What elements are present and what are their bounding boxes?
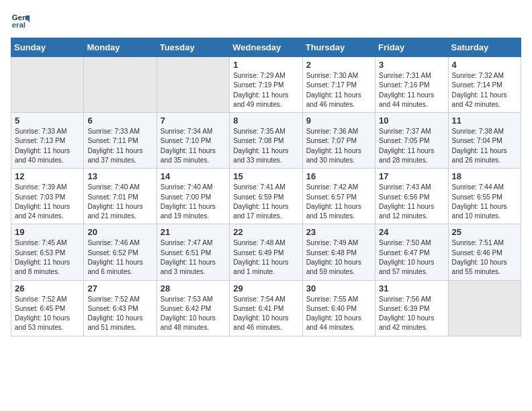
day-info: Sunrise: 7:35 AM Sunset: 7:08 PM Dayligh…	[233, 127, 298, 165]
day-number: 15	[233, 171, 298, 181]
calendar-cell	[157, 57, 229, 113]
calendar-cell: 23Sunrise: 7:49 AM Sunset: 6:48 PM Dayli…	[302, 224, 375, 280]
day-info: Sunrise: 7:32 AM Sunset: 7:14 PM Dayligh…	[452, 71, 517, 109]
day-info: Sunrise: 7:45 AM Sunset: 6:53 PM Dayligh…	[15, 238, 80, 277]
calendar-week-row: 12Sunrise: 7:39 AM Sunset: 7:03 PM Dayli…	[11, 169, 521, 224]
weekday-header: Friday	[375, 38, 448, 57]
day-info: Sunrise: 7:55 AM Sunset: 6:40 PM Dayligh…	[306, 295, 371, 333]
day-info: Sunrise: 7:54 AM Sunset: 6:41 PM Dayligh…	[233, 295, 298, 333]
calendar-cell: 27Sunrise: 7:52 AM Sunset: 6:43 PM Dayli…	[84, 280, 157, 336]
calendar-cell	[11, 57, 84, 113]
day-info: Sunrise: 7:40 AM Sunset: 7:01 PM Dayligh…	[87, 183, 152, 221]
day-info: Sunrise: 7:47 AM Sunset: 6:51 PM Dayligh…	[161, 238, 226, 277]
calendar-cell: 25Sunrise: 7:51 AM Sunset: 6:46 PM Dayli…	[448, 224, 521, 280]
calendar-cell: 1Sunrise: 7:29 AM Sunset: 7:19 PM Daylig…	[230, 57, 302, 113]
page-header: Gen eral	[11, 11, 521, 30]
day-info: Sunrise: 7:52 AM Sunset: 6:43 PM Dayligh…	[87, 295, 152, 333]
day-number: 17	[379, 171, 444, 181]
day-info: Sunrise: 7:56 AM Sunset: 6:39 PM Dayligh…	[379, 295, 444, 333]
weekday-header: Saturday	[448, 38, 521, 57]
calendar-cell: 6Sunrise: 7:33 AM Sunset: 7:11 PM Daylig…	[84, 113, 157, 169]
day-number: 28	[161, 283, 226, 293]
day-number: 10	[379, 116, 444, 126]
day-info: Sunrise: 7:52 AM Sunset: 6:45 PM Dayligh…	[15, 295, 80, 333]
day-info: Sunrise: 7:43 AM Sunset: 6:56 PM Dayligh…	[379, 183, 444, 221]
calendar-cell: 9Sunrise: 7:36 AM Sunset: 7:07 PM Daylig…	[302, 113, 375, 169]
logo: Gen eral	[11, 11, 32, 30]
day-number: 18	[452, 171, 517, 181]
day-number: 13	[87, 171, 152, 181]
calendar-cell: 24Sunrise: 7:50 AM Sunset: 6:47 PM Dayli…	[375, 224, 448, 280]
calendar-cell: 21Sunrise: 7:47 AM Sunset: 6:51 PM Dayli…	[157, 224, 229, 280]
day-number: 22	[233, 227, 298, 237]
day-number: 12	[15, 171, 80, 181]
calendar-week-row: 19Sunrise: 7:45 AM Sunset: 6:53 PM Dayli…	[11, 224, 521, 280]
calendar-cell: 2Sunrise: 7:30 AM Sunset: 7:17 PM Daylig…	[302, 57, 375, 113]
calendar-cell: 13Sunrise: 7:40 AM Sunset: 7:01 PM Dayli…	[84, 169, 157, 224]
day-number: 14	[161, 171, 226, 181]
day-number: 3	[379, 60, 444, 70]
day-number: 21	[161, 227, 226, 237]
calendar-table: SundayMondayTuesdayWednesdayThursdayFrid…	[11, 38, 521, 336]
weekday-header: Monday	[84, 38, 157, 57]
calendar-cell	[448, 280, 521, 336]
day-info: Sunrise: 7:31 AM Sunset: 7:16 PM Dayligh…	[379, 71, 444, 109]
calendar-cell: 15Sunrise: 7:41 AM Sunset: 6:59 PM Dayli…	[230, 169, 302, 224]
day-info: Sunrise: 7:30 AM Sunset: 7:17 PM Dayligh…	[306, 71, 371, 109]
day-number: 25	[452, 227, 517, 237]
calendar-cell: 3Sunrise: 7:31 AM Sunset: 7:16 PM Daylig…	[375, 57, 448, 113]
day-info: Sunrise: 7:29 AM Sunset: 7:19 PM Dayligh…	[233, 71, 298, 109]
day-number: 26	[15, 283, 80, 293]
day-number: 27	[87, 283, 152, 293]
day-info: Sunrise: 7:38 AM Sunset: 7:04 PM Dayligh…	[452, 127, 517, 165]
calendar-cell: 4Sunrise: 7:32 AM Sunset: 7:14 PM Daylig…	[448, 57, 521, 113]
day-info: Sunrise: 7:41 AM Sunset: 6:59 PM Dayligh…	[233, 183, 298, 221]
calendar-week-row: 1Sunrise: 7:29 AM Sunset: 7:19 PM Daylig…	[11, 57, 521, 113]
calendar-cell: 11Sunrise: 7:38 AM Sunset: 7:04 PM Dayli…	[448, 113, 521, 169]
day-info: Sunrise: 7:36 AM Sunset: 7:07 PM Dayligh…	[306, 127, 371, 165]
day-number: 6	[87, 116, 152, 126]
day-number: 16	[306, 171, 371, 181]
calendar-cell: 12Sunrise: 7:39 AM Sunset: 7:03 PM Dayli…	[11, 169, 84, 224]
logo-icon: Gen eral	[11, 11, 30, 30]
day-info: Sunrise: 7:33 AM Sunset: 7:13 PM Dayligh…	[15, 127, 80, 165]
day-number: 8	[233, 116, 298, 126]
day-number: 1	[233, 60, 298, 70]
calendar-cell: 19Sunrise: 7:45 AM Sunset: 6:53 PM Dayli…	[11, 224, 84, 280]
day-number: 9	[306, 116, 371, 126]
day-number: 11	[452, 116, 517, 126]
calendar-cell: 20Sunrise: 7:46 AM Sunset: 6:52 PM Dayli…	[84, 224, 157, 280]
calendar-cell: 31Sunrise: 7:56 AM Sunset: 6:39 PM Dayli…	[375, 280, 448, 336]
day-number: 30	[306, 283, 371, 293]
calendar-cell: 29Sunrise: 7:54 AM Sunset: 6:41 PM Dayli…	[230, 280, 302, 336]
calendar-cell: 8Sunrise: 7:35 AM Sunset: 7:08 PM Daylig…	[230, 113, 302, 169]
weekday-header: Wednesday	[230, 38, 302, 57]
calendar-cell: 28Sunrise: 7:53 AM Sunset: 6:42 PM Dayli…	[157, 280, 229, 336]
calendar-cell: 16Sunrise: 7:42 AM Sunset: 6:57 PM Dayli…	[302, 169, 375, 224]
day-number: 29	[233, 283, 298, 293]
calendar-cell: 7Sunrise: 7:34 AM Sunset: 7:10 PM Daylig…	[157, 113, 229, 169]
day-info: Sunrise: 7:53 AM Sunset: 6:42 PM Dayligh…	[161, 295, 226, 333]
calendar-cell	[84, 57, 157, 113]
day-info: Sunrise: 7:39 AM Sunset: 7:03 PM Dayligh…	[15, 183, 80, 221]
day-info: Sunrise: 7:37 AM Sunset: 7:05 PM Dayligh…	[379, 127, 444, 165]
day-number: 24	[379, 227, 444, 237]
svg-text:eral: eral	[12, 21, 26, 29]
calendar-cell: 22Sunrise: 7:48 AM Sunset: 6:49 PM Dayli…	[230, 224, 302, 280]
day-number: 31	[379, 283, 444, 293]
day-info: Sunrise: 7:42 AM Sunset: 6:57 PM Dayligh…	[306, 183, 371, 221]
day-info: Sunrise: 7:48 AM Sunset: 6:49 PM Dayligh…	[233, 238, 298, 277]
day-info: Sunrise: 7:51 AM Sunset: 6:46 PM Dayligh…	[452, 238, 517, 277]
day-number: 4	[452, 60, 517, 70]
calendar-cell: 18Sunrise: 7:44 AM Sunset: 6:55 PM Dayli…	[448, 169, 521, 224]
weekday-header: Sunday	[11, 38, 84, 57]
day-info: Sunrise: 7:33 AM Sunset: 7:11 PM Dayligh…	[87, 127, 152, 165]
day-info: Sunrise: 7:40 AM Sunset: 7:00 PM Dayligh…	[161, 183, 226, 221]
weekday-header-row: SundayMondayTuesdayWednesdayThursdayFrid…	[11, 38, 521, 57]
calendar-cell: 30Sunrise: 7:55 AM Sunset: 6:40 PM Dayli…	[302, 280, 375, 336]
weekday-header: Thursday	[302, 38, 375, 57]
calendar-cell: 14Sunrise: 7:40 AM Sunset: 7:00 PM Dayli…	[157, 169, 229, 224]
weekday-header: Tuesday	[157, 38, 229, 57]
day-number: 20	[87, 227, 152, 237]
day-info: Sunrise: 7:46 AM Sunset: 6:52 PM Dayligh…	[87, 238, 152, 277]
